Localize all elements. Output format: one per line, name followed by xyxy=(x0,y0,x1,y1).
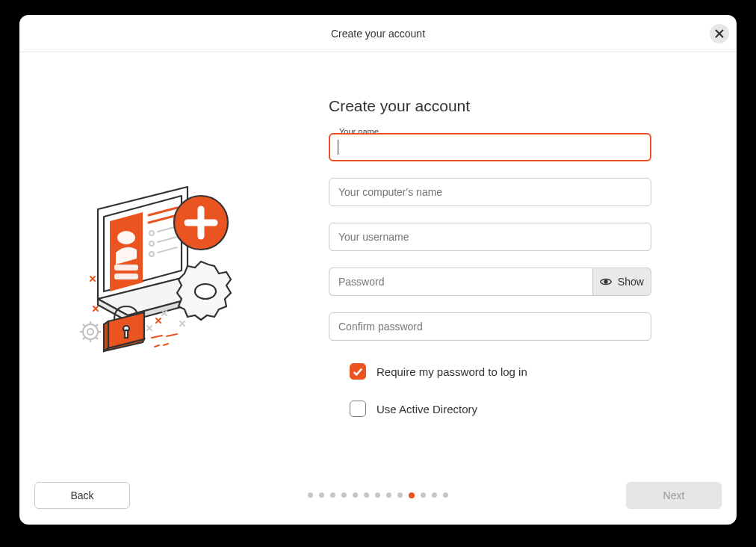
progress-dot xyxy=(409,492,415,498)
require-password-row[interactable]: Require my password to log in xyxy=(329,363,651,380)
computer-name-field-group xyxy=(329,178,651,206)
progress-dot xyxy=(308,492,313,498)
text-cursor xyxy=(338,140,338,155)
close-button[interactable] xyxy=(710,24,729,43)
eye-icon xyxy=(600,276,612,288)
progress-dot xyxy=(421,492,426,498)
confirm-password-input[interactable] xyxy=(329,312,651,341)
svg-line-38 xyxy=(155,345,159,347)
svg-rect-19 xyxy=(125,330,128,338)
content-area: Create your account Your name xyxy=(19,52,737,525)
require-password-checkbox[interactable] xyxy=(350,363,366,380)
svg-line-29 xyxy=(96,324,98,327)
password-input[interactable] xyxy=(329,268,592,296)
progress-dot xyxy=(364,492,369,498)
svg-point-21 xyxy=(87,329,93,335)
confirm-password-field-group xyxy=(329,312,651,341)
account-illustration-icon xyxy=(68,179,277,374)
titlebar-title: Create your account xyxy=(331,28,425,40)
progress-dot xyxy=(397,492,403,498)
progress-dot xyxy=(330,492,335,498)
progress-dot xyxy=(432,492,437,498)
installer-window: Create your account xyxy=(19,15,737,525)
name-field-group: Your name xyxy=(329,133,651,161)
svg-rect-4 xyxy=(114,274,138,279)
check-icon xyxy=(353,366,363,377)
next-button[interactable]: Next xyxy=(626,482,722,509)
svg-line-36 xyxy=(152,336,162,338)
page-heading: Create your account xyxy=(329,97,651,115)
back-button-label: Back xyxy=(70,489,93,501)
username-field-group xyxy=(329,223,651,251)
form-area: Create your account Your name xyxy=(326,97,737,525)
computer-name-input[interactable] xyxy=(329,178,651,206)
progress-dot xyxy=(341,492,347,498)
active-directory-label: Use Active Directory xyxy=(377,403,477,415)
show-password-button[interactable]: Show xyxy=(592,268,651,296)
active-directory-row[interactable]: Use Active Directory xyxy=(329,401,651,417)
progress-dot xyxy=(353,492,358,498)
svg-line-39 xyxy=(164,344,168,345)
next-button-label: Next xyxy=(663,489,685,501)
svg-line-26 xyxy=(83,324,85,327)
active-directory-checkbox[interactable] xyxy=(350,401,366,417)
svg-line-28 xyxy=(83,337,85,339)
back-button[interactable]: Back xyxy=(34,482,130,509)
svg-point-46 xyxy=(604,280,607,283)
show-password-label: Show xyxy=(618,276,644,288)
require-password-label: Require my password to log in xyxy=(377,365,527,378)
svg-line-27 xyxy=(96,337,98,339)
titlebar: Create your account xyxy=(19,15,737,52)
svg-line-37 xyxy=(167,334,177,336)
svg-point-2 xyxy=(117,231,135,244)
progress-dot xyxy=(386,492,391,498)
username-input[interactable] xyxy=(329,223,651,251)
name-input[interactable] xyxy=(329,133,651,161)
progress-dot xyxy=(443,492,448,498)
svg-rect-3 xyxy=(114,265,138,271)
illustration xyxy=(19,97,326,525)
progress-dot xyxy=(375,492,380,498)
progress-dot xyxy=(319,492,324,498)
progress-dots xyxy=(308,492,448,498)
close-icon xyxy=(715,29,724,38)
password-field-group: Show xyxy=(329,268,651,296)
svg-point-17 xyxy=(195,284,216,299)
footer: Back Next xyxy=(19,477,737,525)
